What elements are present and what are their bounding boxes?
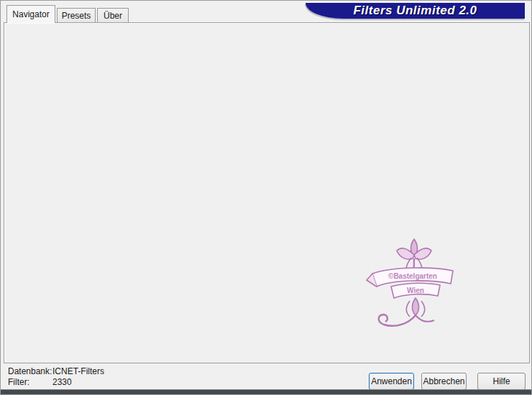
status-database: Datenbank: ICNET-Filters (8, 366, 52, 376)
tab-presets[interactable]: Presets (57, 8, 96, 23)
apply-button[interactable]: Anwenden (369, 373, 414, 390)
help-button[interactable]: Hilfe (477, 373, 526, 390)
title-banner: Filters Unlimited 2.0 (306, 3, 525, 19)
status-database-label: Datenbank: (8, 366, 52, 376)
watermark-flower: ©Bastelgarten Wien (364, 235, 464, 333)
watermark-text-1: ©Bastelgarten (388, 272, 437, 280)
status-filter-value: 2330 (52, 377, 72, 387)
filters-unlimited-dialog: Filters Unlimited 2.0 Navigator Presets … (0, 0, 532, 395)
watermark-text-2: Wien (407, 287, 424, 294)
status-filter-label: Filter: (8, 377, 29, 387)
cancel-button[interactable]: Abbrechen (421, 373, 467, 390)
status-filter: Filter: 2330 (8, 377, 29, 387)
status-database-value: ICNET-Filters (52, 366, 104, 376)
tab-ueber[interactable]: Über (97, 8, 129, 23)
tab-navigator[interactable]: Navigator (6, 5, 55, 23)
window-bottom-edge (1, 389, 532, 394)
